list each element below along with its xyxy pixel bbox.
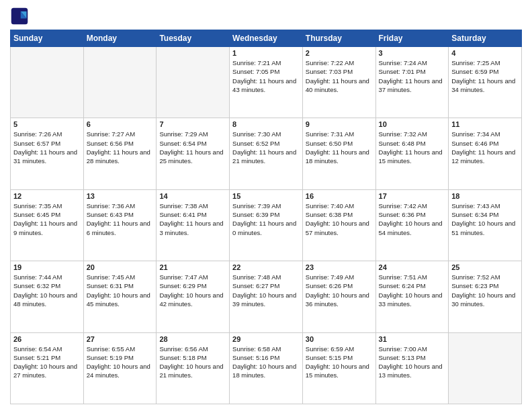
day-number: 11 bbox=[451, 120, 519, 128]
day-info: Sunrise: 6:55 AM Sunset: 5:19 PM Dayligh… bbox=[87, 345, 154, 380]
calendar-cell bbox=[11, 47, 84, 118]
logo-icon bbox=[10, 7, 29, 26]
calendar-cell: 28Sunrise: 6:56 AM Sunset: 5:18 PM Dayli… bbox=[157, 332, 230, 404]
calendar-cell bbox=[83, 47, 157, 118]
day-number: 15 bbox=[232, 192, 300, 200]
header bbox=[10, 7, 522, 26]
day-info: Sunrise: 7:24 AM Sunset: 7:01 PM Dayligh… bbox=[379, 58, 446, 94]
day-info: Sunrise: 7:39 AM Sunset: 6:39 PM Dayligh… bbox=[232, 201, 300, 237]
calendar-cell: 14Sunrise: 7:38 AM Sunset: 6:41 PM Dayli… bbox=[157, 189, 230, 261]
calendar-cell: 7Sunrise: 7:29 AM Sunset: 6:54 PM Daylig… bbox=[157, 118, 230, 189]
calendar-cell: 22Sunrise: 7:48 AM Sunset: 6:27 PM Dayli… bbox=[230, 261, 303, 332]
calendar-cell: 12Sunrise: 7:35 AM Sunset: 6:45 PM Dayli… bbox=[11, 189, 84, 261]
col-header-saturday: Saturday bbox=[449, 30, 522, 47]
week-row-1: 5Sunrise: 7:26 AM Sunset: 6:57 PM Daylig… bbox=[11, 118, 522, 189]
day-info: Sunrise: 7:51 AM Sunset: 6:24 PM Dayligh… bbox=[379, 273, 446, 308]
week-row-0: 1Sunrise: 7:21 AM Sunset: 7:05 PM Daylig… bbox=[11, 47, 522, 118]
calendar-cell: 25Sunrise: 7:52 AM Sunset: 6:23 PM Dayli… bbox=[449, 261, 522, 332]
calendar-cell: 27Sunrise: 6:55 AM Sunset: 5:19 PM Dayli… bbox=[83, 332, 157, 404]
calendar-cell: 16Sunrise: 7:40 AM Sunset: 6:38 PM Dayli… bbox=[302, 189, 375, 261]
calendar-cell: 23Sunrise: 7:49 AM Sunset: 6:26 PM Dayli… bbox=[302, 261, 375, 332]
calendar-cell: 26Sunrise: 6:54 AM Sunset: 5:21 PM Dayli… bbox=[11, 332, 84, 404]
day-number: 2 bbox=[306, 49, 373, 57]
week-row-3: 19Sunrise: 7:44 AM Sunset: 6:32 PM Dayli… bbox=[11, 261, 522, 332]
calendar-cell: 9Sunrise: 7:31 AM Sunset: 6:50 PM Daylig… bbox=[302, 118, 375, 189]
day-info: Sunrise: 7:48 AM Sunset: 6:27 PM Dayligh… bbox=[232, 273, 300, 308]
day-number: 24 bbox=[379, 263, 446, 271]
page: SundayMondayTuesdayWednesdayThursdayFrid… bbox=[0, 0, 532, 411]
day-info: Sunrise: 6:54 AM Sunset: 5:21 PM Dayligh… bbox=[13, 345, 81, 380]
calendar-cell: 30Sunrise: 6:59 AM Sunset: 5:15 PM Dayli… bbox=[302, 332, 375, 404]
calendar-cell: 24Sunrise: 7:51 AM Sunset: 6:24 PM Dayli… bbox=[375, 261, 449, 332]
day-info: Sunrise: 7:22 AM Sunset: 7:03 PM Dayligh… bbox=[306, 58, 373, 94]
calendar-cell: 1Sunrise: 7:21 AM Sunset: 7:05 PM Daylig… bbox=[230, 47, 303, 118]
day-info: Sunrise: 6:59 AM Sunset: 5:15 PM Dayligh… bbox=[306, 345, 373, 380]
day-number: 29 bbox=[232, 335, 300, 343]
day-number: 5 bbox=[13, 120, 81, 128]
day-number: 8 bbox=[232, 120, 300, 128]
day-number: 1 bbox=[232, 49, 300, 57]
calendar-body: 1Sunrise: 7:21 AM Sunset: 7:05 PM Daylig… bbox=[11, 47, 522, 404]
day-number: 31 bbox=[379, 335, 446, 343]
day-number: 30 bbox=[306, 335, 373, 343]
calendar-cell: 20Sunrise: 7:45 AM Sunset: 6:31 PM Dayli… bbox=[83, 261, 157, 332]
day-info: Sunrise: 7:52 AM Sunset: 6:23 PM Dayligh… bbox=[451, 273, 519, 308]
calendar-table: SundayMondayTuesdayWednesdayThursdayFrid… bbox=[10, 30, 522, 404]
day-info: Sunrise: 7:32 AM Sunset: 6:48 PM Dayligh… bbox=[379, 130, 446, 165]
calendar-cell: 4Sunrise: 7:25 AM Sunset: 6:59 PM Daylig… bbox=[449, 47, 522, 118]
calendar-cell: 8Sunrise: 7:30 AM Sunset: 6:52 PM Daylig… bbox=[230, 118, 303, 189]
day-number: 21 bbox=[159, 263, 226, 271]
day-info: Sunrise: 7:42 AM Sunset: 6:36 PM Dayligh… bbox=[379, 201, 446, 237]
day-number: 18 bbox=[451, 192, 519, 200]
day-number: 17 bbox=[379, 192, 446, 200]
day-info: Sunrise: 7:49 AM Sunset: 6:26 PM Dayligh… bbox=[306, 273, 373, 308]
calendar-cell: 6Sunrise: 7:27 AM Sunset: 6:56 PM Daylig… bbox=[83, 118, 157, 189]
day-info: Sunrise: 7:29 AM Sunset: 6:54 PM Dayligh… bbox=[159, 130, 226, 165]
day-number: 10 bbox=[379, 120, 446, 128]
logo bbox=[10, 7, 32, 26]
calendar-cell: 13Sunrise: 7:36 AM Sunset: 6:43 PM Dayli… bbox=[83, 189, 157, 261]
calendar-cell: 15Sunrise: 7:39 AM Sunset: 6:39 PM Dayli… bbox=[230, 189, 303, 261]
day-info: Sunrise: 7:00 AM Sunset: 5:13 PM Dayligh… bbox=[379, 345, 446, 380]
day-number: 6 bbox=[87, 120, 154, 128]
day-number: 13 bbox=[87, 192, 154, 200]
day-number: 14 bbox=[159, 192, 226, 200]
day-number: 16 bbox=[306, 192, 373, 200]
day-info: Sunrise: 7:34 AM Sunset: 6:46 PM Dayligh… bbox=[451, 130, 519, 165]
day-number: 23 bbox=[306, 263, 373, 271]
col-header-thursday: Thursday bbox=[302, 30, 375, 47]
calendar-cell: 5Sunrise: 7:26 AM Sunset: 6:57 PM Daylig… bbox=[11, 118, 84, 189]
calendar-cell: 10Sunrise: 7:32 AM Sunset: 6:48 PM Dayli… bbox=[375, 118, 449, 189]
calendar-header-row: SundayMondayTuesdayWednesdayThursdayFrid… bbox=[11, 30, 522, 47]
day-number: 3 bbox=[379, 49, 446, 57]
day-info: Sunrise: 7:47 AM Sunset: 6:29 PM Dayligh… bbox=[159, 273, 226, 308]
col-header-wednesday: Wednesday bbox=[230, 30, 303, 47]
day-info: Sunrise: 7:26 AM Sunset: 6:57 PM Dayligh… bbox=[13, 130, 81, 165]
day-number: 22 bbox=[232, 263, 300, 271]
day-number: 19 bbox=[13, 263, 81, 271]
day-info: Sunrise: 7:45 AM Sunset: 6:31 PM Dayligh… bbox=[87, 273, 154, 308]
day-number: 4 bbox=[451, 49, 519, 57]
day-info: Sunrise: 7:36 AM Sunset: 6:43 PM Dayligh… bbox=[87, 201, 154, 237]
col-header-friday: Friday bbox=[375, 30, 449, 47]
day-info: Sunrise: 6:56 AM Sunset: 5:18 PM Dayligh… bbox=[159, 345, 226, 380]
day-number: 26 bbox=[13, 335, 81, 343]
day-info: Sunrise: 6:58 AM Sunset: 5:16 PM Dayligh… bbox=[232, 345, 300, 380]
col-header-sunday: Sunday bbox=[11, 30, 84, 47]
day-info: Sunrise: 7:27 AM Sunset: 6:56 PM Dayligh… bbox=[87, 130, 154, 165]
day-number: 20 bbox=[87, 263, 154, 271]
calendar-cell bbox=[157, 47, 230, 118]
week-row-4: 26Sunrise: 6:54 AM Sunset: 5:21 PM Dayli… bbox=[11, 332, 522, 404]
calendar-cell: 29Sunrise: 6:58 AM Sunset: 5:16 PM Dayli… bbox=[230, 332, 303, 404]
calendar-cell bbox=[449, 332, 522, 404]
calendar-cell: 21Sunrise: 7:47 AM Sunset: 6:29 PM Dayli… bbox=[157, 261, 230, 332]
day-number: 27 bbox=[87, 335, 154, 343]
day-number: 7 bbox=[159, 120, 226, 128]
day-info: Sunrise: 7:30 AM Sunset: 6:52 PM Dayligh… bbox=[232, 130, 300, 165]
day-info: Sunrise: 7:43 AM Sunset: 6:34 PM Dayligh… bbox=[451, 201, 519, 237]
day-info: Sunrise: 7:31 AM Sunset: 6:50 PM Dayligh… bbox=[306, 130, 373, 165]
calendar-cell: 3Sunrise: 7:24 AM Sunset: 7:01 PM Daylig… bbox=[375, 47, 449, 118]
day-number: 28 bbox=[159, 335, 226, 343]
week-row-2: 12Sunrise: 7:35 AM Sunset: 6:45 PM Dayli… bbox=[11, 189, 522, 261]
calendar-cell: 17Sunrise: 7:42 AM Sunset: 6:36 PM Dayli… bbox=[375, 189, 449, 261]
